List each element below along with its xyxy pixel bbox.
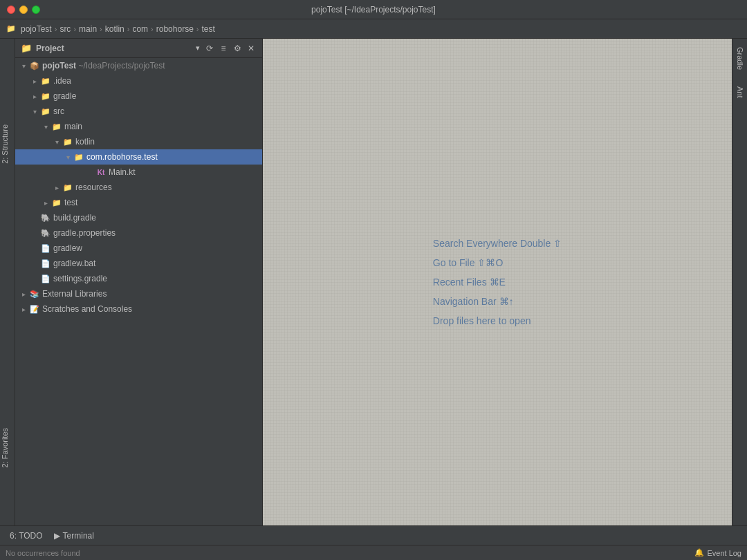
tree-label-gradleprops: gradle.properties [53,228,116,238]
panel-header: 📁 Project ▾ ⟳ ≡ ⚙ ✕ [15,39,262,58]
file-gradle-icon: 🐘 [40,212,51,223]
terminal-tab-icon: ▶ [54,531,60,541]
gradle-tab-label: Gradle [736,47,744,70]
breadcrumb-label-5: robohorse [156,24,194,34]
project-panel: 📁 Project ▾ ⟳ ≡ ⚙ ✕ 📦 pojoTest ~/IdeaPro… [15,39,263,525]
favorites-tab[interactable]: 2: Favorites [0,425,11,470]
breadcrumb-item-6[interactable]: test [201,24,214,34]
tree-item-mainkt[interactable]: Kt Main.kt [15,165,262,180]
ant-tab[interactable]: Ant [734,84,746,101]
breadcrumb-item-0[interactable]: 📁 pojoTest [6,24,52,35]
folder-main-icon: 📁 [51,121,62,132]
tree-label-buildgradle: build.gradle [53,213,96,223]
gradle-tab[interactable]: Gradle [734,44,746,73]
arrow-gradlewbat [29,258,40,269]
status-bar: No occurrences found 🔔 Event Log [0,545,747,560]
sync-icon[interactable]: ⟳ [204,43,215,54]
tree-label-test: test [64,198,77,207]
tree-item-idea[interactable]: 📁 .idea [15,73,262,88]
breadcrumb-item-5[interactable]: robohorse [156,24,194,34]
breadcrumb-label-1: src [59,24,71,34]
arrow-resources [51,182,62,193]
breadcrumb-sep-5: › [196,25,199,33]
arrow-idea [29,75,40,86]
panel-dropdown-arrow[interactable]: ▾ [196,44,200,53]
main-layout: 2: Structure 2: Favorites 📁 Project ▾ ⟳ … [0,39,747,525]
arrow-buildgradle [29,212,40,223]
file-kt-icon: Kt [95,167,107,178]
close-panel-icon[interactable]: ✕ [246,43,257,54]
tree-label-settings: settings.gradle [53,274,107,283]
arrow-settings [29,273,40,284]
breadcrumb-item-1[interactable]: src [59,24,71,34]
ant-tab-label: Ant [736,86,744,98]
tree-label-pojotest: pojoTest ~/IdeaProjects/pojoTest [42,61,165,71]
tree-item-test[interactable]: 📁 test [15,195,262,210]
shortcut-recent: ⌘E [490,277,506,288]
tree-item-buildgradle[interactable]: 🐘 build.gradle [15,210,262,225]
breadcrumb-toolbar: 📁 pojoTest › src › main › kotlin › com ›… [0,19,747,39]
tree-item-gradleprops[interactable]: 🐘 gradle.properties [15,225,262,241]
breadcrumb-item-4[interactable]: com [132,24,148,34]
tree-label-main: main [64,122,82,131]
tree-item-kotlin[interactable]: 📁 kotlin [15,134,262,149]
hint-drop-files: Drop files here to open [433,315,531,326]
tree-item-gradlewbat[interactable]: 📄 gradlew.bat [15,256,262,271]
breadcrumb-label-6: test [201,24,214,34]
file-gradlew-icon: 📄 [40,243,51,254]
arrow-test [40,197,51,208]
breadcrumb-sep-4: › [151,25,154,33]
arrow-gradle-dir [29,91,40,102]
project-folder-icon: 📁 [21,43,32,53]
terminal-tab[interactable]: ▶ Terminal [50,530,98,542]
structure-tab[interactable]: 2: Structure [0,122,11,167]
todo-tab[interactable]: 6: TODO [6,530,47,542]
arrow-mainkt [84,167,95,178]
tree-label-src: src [53,106,64,116]
minimize-button[interactable] [19,6,28,14]
terminal-tab-label: Terminal [63,531,94,541]
folder-resources-icon: 📁 [62,182,73,193]
maximize-button[interactable] [32,6,40,14]
folder-idea-icon: 📁 [40,75,51,86]
tree-item-settings[interactable]: 📄 settings.gradle [15,271,262,286]
breadcrumb-sep-3: › [127,25,130,33]
editor-hints: Search Everywhere Double ⇧ Go to File ⇧⌘… [433,238,562,326]
tree-item-pojotest[interactable]: 📦 pojoTest ~/IdeaProjects/pojoTest [15,58,262,73]
breadcrumb-label-2: main [79,24,97,34]
tree-label-gradle-dir: gradle [53,91,76,101]
titlebar: pojoTest [~/IdeaProjects/pojoTest] [0,0,747,19]
breadcrumb-sep-2: › [100,25,102,33]
window-controls [7,6,40,14]
tree-item-scratches[interactable]: 📝 Scratches and Consoles [15,301,262,317]
event-log-button[interactable]: 🔔 Event Log [694,548,741,557]
breadcrumb-sep-0: › [55,25,57,33]
tree-label-extlibs: External Libraries [42,289,107,299]
arrow-kotlin [51,136,62,147]
close-button[interactable] [7,6,15,14]
panel-settings-icon[interactable]: ⚙ [232,43,243,54]
file-settings-icon: 📄 [40,273,51,284]
collapse-all-icon[interactable]: ≡ [218,43,229,54]
tree-item-src[interactable]: 📁 src [15,104,262,119]
event-log-icon: 🔔 [694,548,704,557]
hint-goto-file: Go to File ⇧⌘O [433,257,503,268]
tree-item-resources[interactable]: 📁 resources [15,180,262,195]
arrow-extlibs [18,288,29,299]
file-gradlewbat-icon: 📄 [40,258,51,269]
tree-label-scratches: Scratches and Consoles [42,304,132,314]
scratches-icon: 📝 [29,304,40,315]
breadcrumb-item-2[interactable]: main [79,24,97,34]
tree-item-pkg[interactable]: 📁 com.robohorse.test [15,149,262,165]
favorites-tab-label: 2: Favorites [1,428,9,467]
tree-item-extlibs[interactable]: 📚 External Libraries [15,286,262,301]
tree-item-gradlew[interactable]: 📄 gradlew [15,241,262,256]
bottom-bar: 6: TODO ▶ Terminal [0,525,747,545]
tree-item-main[interactable]: 📁 main [15,119,262,134]
folder-pkg-icon: 📁 [73,151,84,162]
shortcut-goto: ⇧⌘O [477,257,503,268]
status-right: 🔔 Event Log [694,548,741,557]
folder-src-icon: 📁 [40,106,51,117]
tree-item-gradle-dir[interactable]: 📁 gradle [15,88,262,104]
breadcrumb-item-3[interactable]: kotlin [105,24,124,34]
